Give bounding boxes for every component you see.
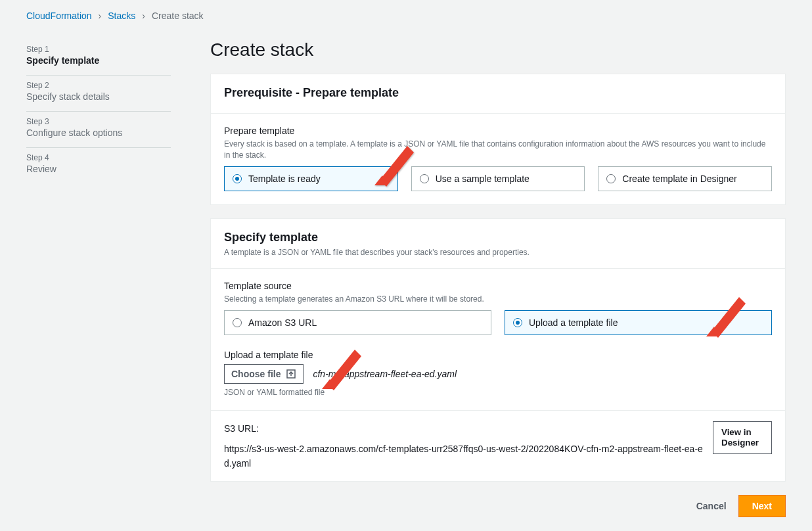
radio-use-sample[interactable]: Use a sample template — [411, 166, 585, 191]
radio-label: Use a sample template — [436, 173, 530, 184]
radio-label: Amazon S3 URL — [248, 317, 317, 328]
radio-icon — [420, 174, 429, 183]
radio-icon — [233, 174, 242, 183]
step-number: Step 3 — [26, 117, 171, 126]
breadcrumb: CloudFormation › Stacks › Create stack — [26, 11, 786, 21]
choose-file-label: Choose file — [231, 369, 281, 379]
chevron-right-icon: › — [142, 11, 145, 21]
next-button[interactable]: Next — [738, 495, 786, 517]
step-number: Step 1 — [26, 45, 171, 54]
step-title: Configure stack options — [26, 127, 171, 138]
panel-heading: Specify template — [224, 231, 772, 244]
radio-icon — [233, 318, 242, 327]
breadcrumb-current: Create stack — [152, 11, 204, 21]
step-title: Specify stack details — [26, 91, 171, 102]
radio-s3-url[interactable]: Amazon S3 URL — [224, 310, 491, 335]
breadcrumb-cloudformation[interactable]: CloudFormation — [26, 11, 92, 21]
uploaded-filename: cfn-m2-appstream-fleet-ea-ed.yaml — [313, 369, 457, 379]
wizard-footer: Cancel Next — [210, 495, 786, 517]
radio-label: Create template in Designer — [622, 173, 736, 184]
radio-icon — [513, 318, 522, 327]
radio-label: Upload a template file — [529, 317, 618, 328]
s3-url-label: S3 URL: — [224, 421, 259, 436]
step-number: Step 4 — [26, 153, 171, 162]
chevron-right-icon: › — [99, 11, 102, 21]
choose-file-button[interactable]: Choose file — [224, 364, 304, 384]
panel-prerequisite: Prerequisite - Prepare template Prepare … — [210, 74, 786, 205]
panel-subheading: A template is a JSON or YAML file that d… — [224, 247, 772, 258]
step-title: Review — [26, 164, 171, 174]
panel-heading: Prerequisite - Prepare template — [224, 86, 772, 100]
step-number: Step 2 — [26, 81, 171, 90]
format-hint: JSON or YAML formatted file — [224, 388, 772, 397]
cancel-button[interactable]: Cancel — [696, 501, 727, 511]
radio-icon — [606, 174, 616, 183]
upload-label: Upload a template file — [224, 350, 772, 360]
radio-label: Template is ready — [248, 173, 321, 184]
template-source-label: Template source — [224, 281, 772, 291]
wizard-step-2[interactable]: Step 2 Specify stack details — [26, 76, 171, 112]
template-source-hint: Selecting a template generates an Amazon… — [224, 294, 772, 305]
breadcrumb-stacks[interactable]: Stacks — [108, 11, 135, 21]
s3-url-value: https://s3-us-west-2.amazonaws.com/cf-te… — [224, 442, 705, 471]
step-title: Specify template — [26, 55, 171, 66]
radio-upload-file[interactable]: Upload a template file — [505, 310, 772, 335]
wizard-step-4[interactable]: Step 4 Review — [26, 148, 171, 183]
wizard-step-3[interactable]: Step 3 Configure stack options — [26, 112, 171, 148]
prepare-template-label: Prepare template — [224, 126, 772, 136]
panel-specify-template: Specify template A template is a JSON or… — [210, 218, 786, 482]
wizard-step-1[interactable]: Step 1 Specify template — [26, 39, 171, 76]
wizard-steps: Step 1 Specify template Step 2 Specify s… — [26, 39, 171, 517]
main-content: Create stack Prerequisite - Prepare temp… — [210, 39, 786, 517]
upload-icon — [286, 369, 296, 379]
prepare-template-hint: Every stack is based on a template. A te… — [224, 139, 772, 161]
radio-template-ready[interactable]: Template is ready — [224, 166, 398, 191]
page-title: Create stack — [210, 39, 786, 60]
radio-create-designer[interactable]: Create template in Designer — [598, 166, 772, 191]
view-in-designer-button[interactable]: View in Designer — [713, 421, 772, 454]
